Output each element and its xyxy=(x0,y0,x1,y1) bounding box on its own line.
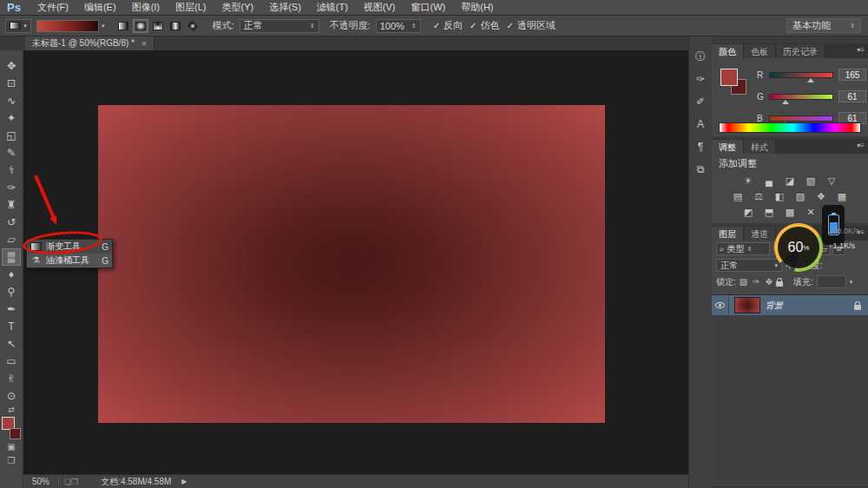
lock-option-icon[interactable]: ✑ xyxy=(753,277,760,287)
menu-item[interactable]: 窗口(W) xyxy=(404,1,454,14)
blend-mode-select[interactable]: 正常⇕ xyxy=(240,19,319,33)
document-canvas[interactable] xyxy=(98,105,605,423)
adjustment-icon[interactable]: ☀ xyxy=(742,175,755,187)
menu-item[interactable]: 图层(L) xyxy=(168,1,214,14)
green-slider[interactable] xyxy=(769,94,833,100)
menu-item[interactable]: 滤镜(T) xyxy=(309,1,356,14)
info-panel-icon[interactable]: ⓘ xyxy=(691,47,711,66)
dodge-tool[interactable]: ⚲ xyxy=(2,283,21,300)
angle-gradient-button[interactable] xyxy=(150,19,166,33)
panel-menu-icon[interactable]: ▾≡ xyxy=(857,46,865,54)
color-spectrum-bar[interactable] xyxy=(719,122,861,133)
adjustment-icon[interactable]: ◩ xyxy=(742,206,755,218)
menu-item[interactable]: 选择(S) xyxy=(261,1,309,14)
brush-presets-panel-icon[interactable]: ✑ xyxy=(691,69,711,89)
brush-panel-icon[interactable]: ✐ xyxy=(691,92,711,111)
radial-gradient-button[interactable] xyxy=(133,19,148,33)
screen-mode-button[interactable]: ❐ xyxy=(2,453,21,467)
close-tab-icon[interactable]: × xyxy=(141,39,147,49)
layer-filter-select[interactable]: ⌕ 类型 ⇕ xyxy=(716,242,770,255)
option-checkbox[interactable]: ✓ 仿色 xyxy=(470,19,499,32)
opacity-select[interactable]: 100%⇕ xyxy=(376,19,421,33)
panel-tab[interactable]: 颜色 xyxy=(712,44,744,58)
gradient-preview[interactable] xyxy=(36,20,99,32)
layer-thumbnail[interactable] xyxy=(734,297,760,313)
menu-item[interactable]: 视图(V) xyxy=(356,1,404,14)
adjustment-icon[interactable]: ▽ xyxy=(825,175,838,187)
red-value-field[interactable]: 165 xyxy=(838,69,866,81)
blur-tool[interactable]: ♦ xyxy=(2,266,21,283)
swap-colors-icon[interactable]: ⇄ xyxy=(2,405,21,415)
hand-tool[interactable]: ✌ xyxy=(2,370,21,387)
menu-item[interactable]: 类型(Y) xyxy=(214,1,261,14)
slider-thumb[interactable] xyxy=(807,78,814,82)
adjustment-icon[interactable]: ⚖ xyxy=(753,190,766,202)
foreground-color-swatch[interactable] xyxy=(720,69,738,86)
pen-tool[interactable]: ✒ xyxy=(2,300,21,318)
history-brush-tool[interactable]: ↺ xyxy=(2,214,21,231)
panel-tab[interactable]: 历史记录 xyxy=(776,44,825,58)
zoom-tool[interactable]: ⊙ xyxy=(2,387,21,405)
document-tab[interactable]: 未标题-1 @ 50%(RGB/8) * × xyxy=(25,36,155,50)
character-panel-icon[interactable]: A xyxy=(691,115,711,134)
adjustment-icon[interactable]: ▄ xyxy=(763,175,776,187)
green-value-field[interactable]: 61 xyxy=(838,90,866,102)
brush-tool[interactable]: ✑ xyxy=(2,179,21,196)
panel-tab[interactable]: 通道 xyxy=(744,227,776,241)
quick-mask-button[interactable]: ▣ xyxy=(2,439,21,453)
status-options-arrow-icon[interactable]: ▶ xyxy=(181,478,187,485)
panel-tab[interactable]: 色板 xyxy=(744,44,776,58)
path-selection-tool[interactable]: ↖ xyxy=(2,335,21,353)
marquee-tool[interactable]: ⊡ xyxy=(2,75,21,92)
lock-all-icon[interactable] xyxy=(776,281,783,287)
move-tool[interactable]: ✥ xyxy=(2,57,21,75)
slider-thumb[interactable] xyxy=(782,100,789,104)
background-layer-row[interactable]: 背景 xyxy=(712,295,868,316)
red-slider[interactable] xyxy=(769,72,833,78)
flyout-menu-item[interactable]: 渐变工具 G xyxy=(27,240,112,254)
flyout-menu-item[interactable]: ⚗ 油漆桶工具 G xyxy=(27,254,112,267)
type-tool[interactable]: T xyxy=(2,318,21,335)
adjustment-icon[interactable]: ✕ xyxy=(805,206,818,218)
blue-slider[interactable] xyxy=(769,115,833,122)
panel-tab[interactable]: 调整 xyxy=(712,140,744,154)
adjustment-icon[interactable]: ◪ xyxy=(784,175,797,187)
chevron-down-icon[interactable]: ▾ xyxy=(102,23,105,30)
panel-tab[interactable]: 图层 xyxy=(712,227,744,241)
clone-source-panel-icon[interactable]: ⧉ xyxy=(691,160,711,179)
crop-tool[interactable]: ◱ xyxy=(2,127,21,144)
tool-preset-picker[interactable]: ▾ xyxy=(5,19,31,33)
panel-tab[interactable]: 样式 xyxy=(744,140,776,154)
zoom-level-field[interactable]: 50% xyxy=(23,477,53,486)
adjustment-icon[interactable]: ▧ xyxy=(805,175,818,187)
layer-fill-field[interactable] xyxy=(817,275,846,288)
menu-item[interactable]: 图像(I) xyxy=(124,1,168,14)
adjustment-icon[interactable]: ▦ xyxy=(836,190,849,202)
paragraph-panel-icon[interactable]: ¶ xyxy=(691,137,711,156)
reflected-gradient-button[interactable] xyxy=(168,19,183,33)
diamond-gradient-button[interactable] xyxy=(185,19,201,33)
gradient-tool[interactable]: ▒ xyxy=(2,248,21,266)
lock-option-icon[interactable]: ▨ xyxy=(740,277,747,287)
adjustment-icon[interactable]: ◧ xyxy=(773,190,786,202)
linear-gradient-button[interactable] xyxy=(115,19,131,33)
workspace-switcher[interactable]: 基本功能⇕ xyxy=(786,18,861,33)
lock-option-icon[interactable]: ✥ xyxy=(766,277,773,287)
menu-item[interactable]: 编辑(E) xyxy=(76,1,124,14)
panel-menu-icon[interactable]: ▾≡ xyxy=(857,142,865,149)
shape-tool[interactable]: ▭ xyxy=(2,353,21,370)
adjustment-icon[interactable]: ⬒ xyxy=(763,206,776,218)
adjustment-icon[interactable]: ❖ xyxy=(815,190,828,202)
adjustment-icon[interactable]: ▩ xyxy=(784,206,797,218)
layer-visibility-cell[interactable] xyxy=(712,295,729,316)
layer-blend-mode-select[interactable]: 正常 ▾ xyxy=(716,259,782,272)
background-color-swatch[interactable] xyxy=(10,428,21,439)
lasso-tool[interactable]: ∿ xyxy=(2,92,21,109)
adjustment-icon[interactable]: ▨ xyxy=(794,190,807,202)
healing-brush-tool[interactable]: ⚕ xyxy=(2,162,21,179)
adjustment-icon[interactable]: ▤ xyxy=(732,190,745,202)
quick-selection-tool[interactable]: ✦ xyxy=(2,109,21,127)
eyedropper-tool[interactable]: ✎ xyxy=(2,144,21,162)
menu-item[interactable]: 帮助(H) xyxy=(453,1,501,14)
option-checkbox[interactable]: ✓ 透明区域 xyxy=(506,19,555,32)
